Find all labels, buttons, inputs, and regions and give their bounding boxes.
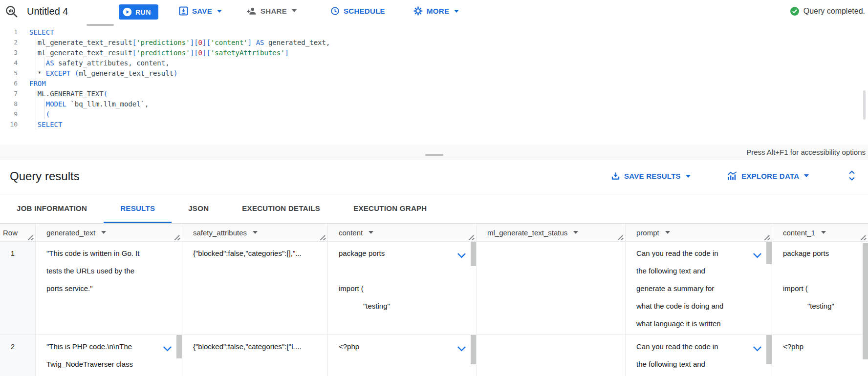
column-menu-caret-icon[interactable]	[101, 231, 106, 234]
save-results-button[interactable]: SAVE RESULTS	[611, 171, 691, 181]
save-button[interactable]: SAVE	[179, 6, 222, 16]
line-number: 5	[0, 69, 18, 77]
cell-prompt: Can you read the code inthe following te…	[626, 335, 772, 376]
line-number: 8	[0, 100, 18, 107]
indent-guide	[36, 37, 36, 129]
column-menu-caret-icon[interactable]	[573, 231, 578, 234]
row-number: 2	[0, 335, 36, 376]
line-number: 10	[0, 121, 18, 128]
expand-cell-icon[interactable]	[457, 247, 466, 265]
person-add-icon	[246, 6, 257, 15]
schedule-label: SCHEDULE	[344, 7, 385, 15]
indent-guide	[44, 99, 44, 119]
cell-content: package portsimport ( "testing"	[328, 242, 477, 334]
save-dropdown-caret-icon	[217, 10, 222, 13]
panel-resize-handle[interactable]	[425, 154, 443, 156]
sql-editor[interactable]: 1SELECT2 ml_generate_text_result['predic…	[0, 23, 868, 145]
tab-execution-details[interactable]: EXECUTION DETAILS	[225, 194, 337, 223]
table-header-row: Rowgenerated_textsafety_attributesconten…	[0, 224, 868, 242]
cell-ml_generate_text_status	[477, 242, 626, 334]
column-resize-handle[interactable]	[860, 234, 867, 240]
bigquery-console: Untitled 4 RUN SAVE	[0, 0, 868, 376]
code-line: 5 * EXCEPT (ml_generate_text_result)	[0, 68, 868, 78]
line-number: 3	[0, 49, 18, 56]
collapse-results-button[interactable]	[848, 170, 856, 183]
column-label: content_1	[783, 229, 815, 237]
expand-cell-icon[interactable]	[753, 340, 762, 358]
share-button[interactable]: SHARE	[246, 6, 297, 15]
code-line: 8 MODEL `bq_llm.llm_model`,	[0, 99, 868, 109]
column-label: safety_attributes	[193, 229, 247, 237]
column-header-safety_attributes[interactable]: safety_attributes	[182, 224, 328, 241]
code-line: 3 ml_generate_text_result['predictions']…	[0, 47, 868, 58]
column-label: generated_text	[46, 229, 95, 237]
column-resize-handle[interactable]	[174, 234, 181, 240]
cell-safety_attributes: {"blocked":false,"categories":[],"...	[182, 242, 328, 334]
explore-data-caret-icon	[804, 174, 809, 177]
share-dropdown-caret-icon	[292, 9, 297, 12]
tab-results[interactable]: RESULTS	[104, 194, 172, 223]
table-row: 2"This is PHP code.\n\nTheTwig_NodeTrave…	[0, 335, 868, 376]
expand-cell-icon[interactable]	[753, 247, 762, 265]
indent-guide	[44, 58, 44, 68]
cell-scrollbar-thumb[interactable]	[766, 242, 772, 264]
column-resize-handle[interactable]	[27, 234, 34, 240]
more-label: MORE	[427, 7, 449, 15]
more-button[interactable]: MORE	[413, 6, 459, 16]
tab-job-information[interactable]: JOB INFORMATION	[0, 194, 104, 223]
explore-data-label: EXPLORE DATA	[741, 172, 799, 180]
save-results-caret-icon	[686, 175, 691, 178]
line-number: 1	[0, 28, 18, 36]
column-resize-handle[interactable]	[764, 234, 771, 240]
expand-cell-icon[interactable]	[163, 340, 172, 358]
editor-scrollbar[interactable]	[863, 90, 866, 120]
column-resize-handle[interactable]	[320, 234, 326, 240]
run-button[interactable]: RUN	[119, 4, 158, 20]
editor-toolbar: Untitled 4 RUN SAVE	[0, 0, 868, 23]
results-tab-bar: JOB INFORMATIONRESULTSJSONEXECUTION DETA…	[0, 194, 868, 224]
column-header-ml_generate_text_status[interactable]: ml_generate_text_status	[477, 224, 626, 241]
query-tab-icon	[5, 5, 18, 18]
code-area[interactable]: 1SELECT2 ml_generate_text_result['predic…	[0, 23, 868, 129]
column-header-content[interactable]: content	[328, 224, 477, 241]
column-label: ml_generate_text_status	[487, 229, 567, 237]
code-line: 6FROM	[0, 78, 868, 88]
explore-data-button[interactable]: EXPLORE DATA	[727, 171, 809, 180]
cell-scrollbar-thumb[interactable]	[471, 242, 476, 266]
code-line: 9 (	[0, 109, 868, 119]
tab-json[interactable]: JSON	[172, 194, 225, 223]
tab-execution-graph[interactable]: EXECUTION GRAPH	[337, 194, 443, 223]
query-status: Query completed.	[790, 6, 865, 16]
query-results-header: Query results SAVE RESULTS	[0, 160, 868, 194]
column-menu-caret-icon[interactable]	[821, 231, 826, 234]
save-results-label: SAVE RESULTS	[624, 172, 681, 180]
column-menu-caret-icon[interactable]	[253, 231, 258, 234]
cell-content: <?php/*	[328, 335, 477, 376]
table-row: 1"This code is written in Go. Ittests th…	[0, 242, 868, 335]
query-status-text: Query completed.	[803, 7, 865, 16]
accessibility-hint: Press Alt+F1 for accessibility options	[746, 145, 866, 160]
column-header-generated_text[interactable]: generated_text	[36, 224, 182, 241]
clock-icon	[330, 6, 340, 16]
expand-cell-icon[interactable]	[457, 340, 466, 358]
gear-icon	[413, 6, 423, 16]
column-resize-handle[interactable]	[468, 234, 475, 240]
cell-scrollbar-thumb[interactable]	[176, 335, 182, 358]
cell-scrollbar-thumb[interactable]	[471, 335, 476, 364]
column-resize-handle[interactable]	[617, 234, 624, 240]
cell-content_1: package portsimport ( "testing"	[772, 242, 868, 334]
table-scrollbar-thumb[interactable]	[863, 243, 868, 359]
cell-scrollbar-thumb[interactable]	[766, 335, 772, 364]
column-header-content_1[interactable]: content_1	[772, 224, 868, 241]
line-number: 4	[0, 59, 18, 66]
column-header-row[interactable]: Row	[0, 224, 36, 241]
play-icon	[123, 7, 132, 17]
column-menu-caret-icon[interactable]	[665, 231, 670, 234]
schedule-button[interactable]: SCHEDULE	[330, 6, 385, 16]
column-header-prompt[interactable]: prompt	[626, 224, 772, 241]
run-label: RUN	[135, 8, 151, 16]
cell-safety_attributes: {"blocked":false,"categories":["L...	[182, 335, 328, 376]
editor-drag-pill[interactable]	[87, 24, 114, 26]
column-menu-caret-icon[interactable]	[369, 231, 373, 234]
query-results-title: Query results	[10, 169, 80, 183]
